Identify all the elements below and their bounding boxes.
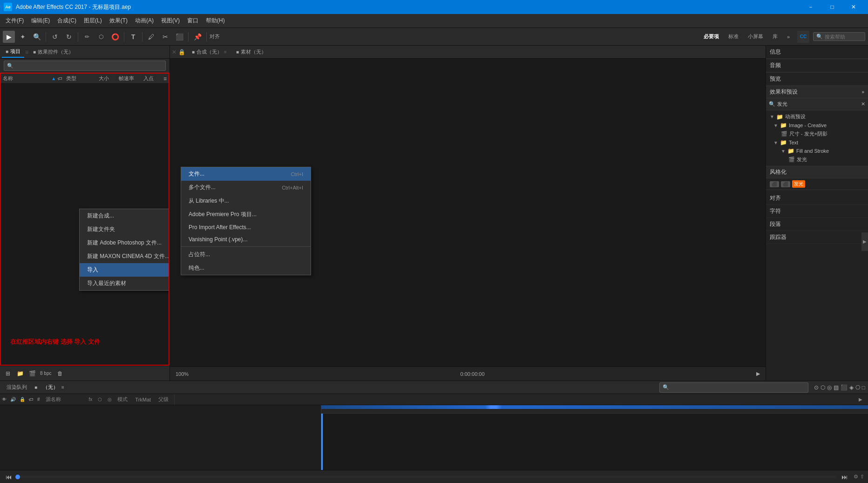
comp-tab-close[interactable]: ≡ [224, 49, 227, 54]
panel-menu-icon[interactable]: ≡ [163, 75, 167, 82]
menu-effects[interactable]: 效果(T) [106, 15, 131, 27]
minimize-button[interactable]: － [800, 0, 821, 14]
menu-layer[interactable]: 图层(L) [80, 15, 106, 27]
tab-project[interactable]: ■ 项目 [2, 46, 24, 58]
tab-effects-controls[interactable]: ■ 效果控件（无） [29, 47, 77, 57]
timeline-search-input[interactable] [669, 385, 805, 390]
style-badge-active[interactable]: 发光 [792, 180, 805, 188]
tree-text[interactable]: ▼ 📁 Text [766, 138, 868, 147]
help-search-area[interactable]: 🔍 [813, 32, 865, 41]
ws-library[interactable]: 库 [769, 32, 781, 41]
tool-text[interactable]: T [127, 31, 139, 43]
ctx-new-folder[interactable]: 新建文件夹 [80, 223, 170, 236]
timeline-tool-5[interactable]: ◈ [849, 384, 854, 391]
ws-small[interactable]: 小屏幕 [744, 32, 767, 41]
ctx-import[interactable]: 导入 ▶ [80, 263, 170, 277]
footage-icon[interactable]: 🎬 [27, 368, 37, 379]
audio-header[interactable]: 音频 [766, 59, 868, 72]
timeline-search[interactable]: 🔍 [659, 382, 808, 393]
ws-essential[interactable]: 必要项 [700, 32, 723, 41]
maximize-button[interactable]: □ [821, 0, 843, 14]
tree-glow[interactable]: 🎬 发光 [766, 155, 868, 164]
effects-search-clear[interactable]: ✕ [861, 101, 865, 107]
tree-size-shadow[interactable]: 🎬 尺寸 - 发光+阴影 [766, 129, 868, 138]
timeline-tool-1[interactable]: ⬡ [821, 384, 825, 391]
project-search-input[interactable]: 🔍 [4, 61, 166, 71]
panel-expand-handle[interactable]: ▶ [861, 232, 868, 251]
tab-footage[interactable]: ■ 素材（无） [231, 47, 271, 57]
preview-header[interactable]: 预览 [766, 73, 868, 86]
paragraph-section[interactable]: 段落 [766, 218, 868, 231]
new-comp-footer-btn[interactable]: ⊞ [3, 368, 13, 379]
tool-camera[interactable]: ↻ [63, 31, 75, 43]
submenu-solid[interactable]: 纯色... [181, 261, 311, 275]
tree-animation-presets[interactable]: ▼ 📁 动画预设 [766, 112, 868, 121]
ctx-import-recent[interactable]: 导入最近的素材 ▶ [80, 277, 170, 290]
effects-presets-header[interactable]: 效果和预设 » [766, 86, 868, 98]
align-section[interactable]: 对齐 [766, 192, 868, 205]
delete-footer-btn[interactable]: 🗑 [55, 368, 65, 379]
status-nav-icon[interactable]: ⇧ [860, 474, 864, 480]
tool-brush[interactable]: 🖊 [145, 31, 157, 43]
render-queue-tab[interactable]: 渲染队列 [3, 382, 31, 393]
submenu-vanishing-point[interactable]: Vanishing Point (.vpe)... [181, 233, 311, 245]
playback-end-btn[interactable]: ⏭ [840, 472, 850, 482]
tool-pen[interactable]: ✏ [81, 31, 93, 43]
ctx-new-comp[interactable]: 新建合成... [80, 209, 170, 223]
tool-zoom[interactable]: 🔍 [31, 31, 43, 43]
sort-up-icon[interactable]: ▲ [51, 76, 56, 81]
layer-expand-handle[interactable]: ▶ [174, 394, 866, 405]
tree-fill-stroke[interactable]: ▼ 📁 Fill and Stroke [766, 147, 868, 155]
menu-window[interactable]: 窗口 [183, 15, 202, 27]
project-content-area[interactable]: 名称 ▲ 🏷 类型 大小 帧速率 入点 ≡ 在红框区域内右键 选择 导入 文件 … [0, 73, 170, 366]
submenu-placeholder[interactable]: 占位符... [181, 248, 311, 261]
tab-composition[interactable]: ■ 合成（无） ≡ [187, 47, 231, 57]
menu-animation[interactable]: 动画(A) [131, 15, 157, 27]
ctx-new-photoshop[interactable]: 新建 Adobe Photoshop 文件... [80, 236, 170, 250]
viewer-magnification[interactable]: 100% [173, 370, 191, 378]
timeline-collapse-btn[interactable]: □ [862, 384, 865, 391]
tool-pen3[interactable]: ⭕ [109, 31, 121, 43]
tracker-section[interactable]: 跟踪器 [766, 231, 868, 244]
submenu-multiple-files[interactable]: 多个文件... Ctrl+Alt+I [181, 181, 311, 194]
help-search-input[interactable] [825, 34, 862, 40]
viewer-play-btn[interactable]: ▶ [753, 370, 763, 378]
info-header[interactable]: 信息 [766, 46, 868, 59]
effects-search-input[interactable] [777, 102, 859, 107]
timeline-comp-tab[interactable]: （无） ≡ [39, 382, 68, 393]
timeline-tool-4[interactable]: ⬛ [841, 384, 848, 391]
submenu-pro-import[interactable]: Pro Import After Effects... [181, 221, 311, 233]
timeline-tool-2[interactable]: ◎ [827, 384, 832, 391]
ws-more[interactable]: » [783, 33, 793, 41]
menu-composition[interactable]: 合成(C) [54, 15, 80, 27]
timeline-tool-6[interactable]: ⎔ [855, 384, 860, 391]
tool-clone[interactable]: ✂ [159, 31, 171, 43]
ctx-new-cinema4d[interactable]: 新建 MAXON CINEMA 4D 文件... [80, 250, 170, 263]
viewer-timecode[interactable]: 0:00:00:00 [458, 370, 488, 378]
new-folder-footer-btn[interactable]: 📁 [15, 368, 25, 379]
ws-standard[interactable]: 标准 [725, 32, 742, 41]
playback-start-btn[interactable]: ⏮ [4, 472, 14, 482]
tree-image-creative[interactable]: ▼ 📁 Image - Creative [766, 121, 868, 129]
tool-puppet[interactable]: 📌 [191, 31, 203, 43]
timeline-tool-3[interactable]: ▧ [834, 384, 839, 391]
character-section[interactable]: 字符 [766, 205, 868, 218]
tool-eraser[interactable]: ⬛ [173, 31, 185, 43]
menu-help[interactable]: 帮助(H) [202, 15, 229, 27]
playback-scrubber[interactable] [18, 476, 836, 478]
playhead-handle[interactable] [15, 475, 20, 479]
stylization-header[interactable]: 风格化 [766, 166, 868, 178]
tool-pen2[interactable]: ⬡ [95, 31, 107, 43]
tool-rotate[interactable]: ↺ [49, 31, 61, 43]
status-settings-icon[interactable]: ⚙ [854, 474, 858, 480]
timeline-playhead[interactable] [321, 414, 323, 470]
effects-search-bar[interactable]: 🔍 ✕ [766, 98, 868, 110]
menu-edit[interactable]: 编辑(E) [27, 15, 54, 27]
menu-file[interactable]: 文件(F) [2, 15, 27, 27]
submenu-file[interactable]: 文件... Ctrl+I [181, 167, 311, 181]
tool-select[interactable]: ▶ [3, 31, 15, 43]
submenu-libraries[interactable]: 从 Libraries 中... [181, 194, 311, 208]
solo-icon[interactable]: ⊙ [814, 384, 819, 391]
close-button[interactable]: ✕ [843, 0, 864, 14]
submenu-premiere[interactable]: Adobe Premiere Pro 项目... [181, 208, 311, 221]
